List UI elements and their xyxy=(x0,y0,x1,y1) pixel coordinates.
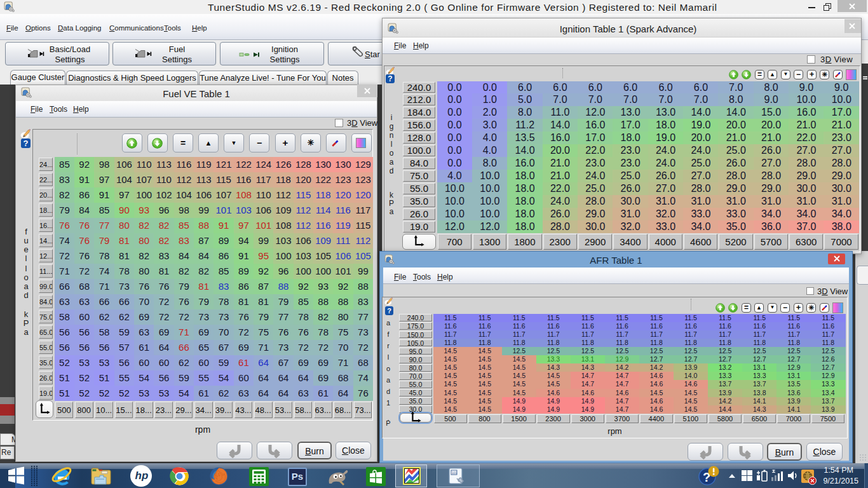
svg-text:101: 101 xyxy=(452,471,458,475)
